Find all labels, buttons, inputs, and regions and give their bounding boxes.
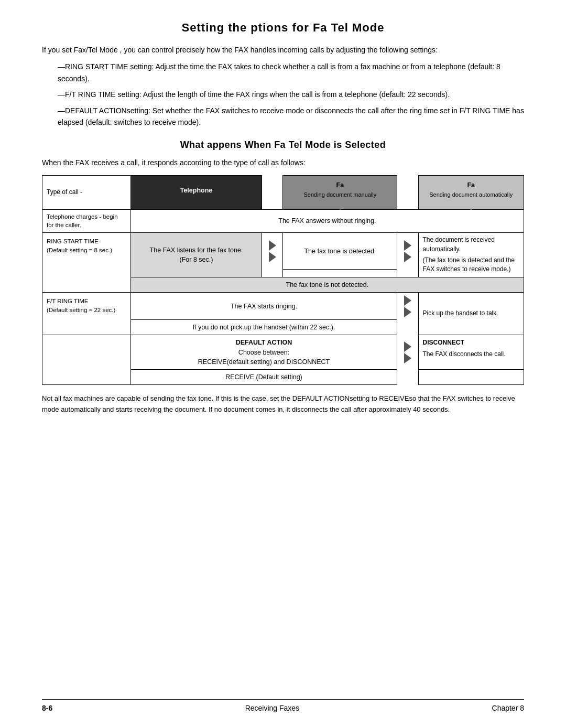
footer-chapter: Chapter 8 xyxy=(492,704,524,712)
fax-tone-not-detected-cell: The fax tone is not detected. xyxy=(130,277,524,292)
fax-listens-cell: The FAX listens for the fax tone. (For 8… xyxy=(130,233,262,277)
spacer2 xyxy=(397,175,418,209)
section-subtitle: What appens When Fa Tel Mode is Selected xyxy=(42,140,524,151)
ft-ring-time-label: F/T RING TIME (Default setting = 22 sec.… xyxy=(42,292,131,335)
page-number: 8-6 xyxy=(42,704,52,712)
receive-cell: RECEIVE (Default setting) xyxy=(130,369,397,384)
footnote-text: Not all fax machines are capable of send… xyxy=(42,393,524,415)
ring-start-time-label: RING START TIME (Default setting = 8 sec… xyxy=(42,233,131,293)
disconnect-cell: DISCONNECT The FAX disconnects the call. xyxy=(418,335,524,369)
spacer4 xyxy=(397,270,418,277)
col-telephone-header: Telephone xyxy=(130,175,262,209)
footer-section: Receiving Faxes xyxy=(245,704,300,712)
page-title: Setting the ptions for Fa Tel Mode xyxy=(42,21,524,35)
spacer1 xyxy=(262,175,283,209)
bullet-2: —F/T RING TIME setting: Adjust the lengt… xyxy=(52,89,524,100)
type-of-call-label: Type of call - xyxy=(42,175,131,209)
arrow3 xyxy=(397,292,418,320)
intro-text: If you set Fax/Tel Mode , you can contro… xyxy=(42,44,524,56)
telephone-charges-label: Telephone charges - begin for the caller… xyxy=(42,209,131,232)
spacer5 xyxy=(397,320,418,335)
col-fax-manual-header: Fa Sending document manually xyxy=(283,175,397,209)
col-fax-auto-header: Fa Sending document automatically xyxy=(418,175,524,209)
diagram-intro: When the FAX receives a call, it respond… xyxy=(42,157,524,168)
arrow4 xyxy=(397,335,418,369)
no-ring-cell: The FAX answers without ringing. xyxy=(130,209,524,232)
fax-tone-detected-cell: The fax tone is detected. xyxy=(283,233,397,270)
arrow2 xyxy=(397,233,418,270)
bullet-list: —RING START TIME setting: Adjust the tim… xyxy=(52,61,524,128)
arrow1 xyxy=(262,233,283,270)
pick-up-handset-cell: Pick up the handset to talk. xyxy=(418,292,524,335)
blank-right-row5 xyxy=(418,369,524,384)
bullet-1: —RING START TIME setting: Adjust the tim… xyxy=(52,61,524,84)
fax-tel-diagram: Type of call - Telephone Fa Sending docu… xyxy=(42,175,524,385)
side-blank-row4 xyxy=(42,335,131,385)
bullet-3: —DEFAULT ACTIONsetting: Set whether the … xyxy=(52,105,524,129)
blank-mid xyxy=(283,270,397,277)
auto-receive-cell: The document is received automatically. … xyxy=(418,233,524,277)
spacer6 xyxy=(397,369,418,384)
spacer3 xyxy=(262,270,283,277)
page-footer: 8-6 Receiving Faxes Chapter 8 xyxy=(42,699,524,712)
fax-starts-ringing-cell: The FAX starts ringing. xyxy=(130,292,397,320)
default-action-cell: DEFAULT ACTION Choose between: RECEIVE(d… xyxy=(130,335,397,369)
do-not-pick-up-cell: If you do not pick up the handset (withi… xyxy=(130,320,397,335)
